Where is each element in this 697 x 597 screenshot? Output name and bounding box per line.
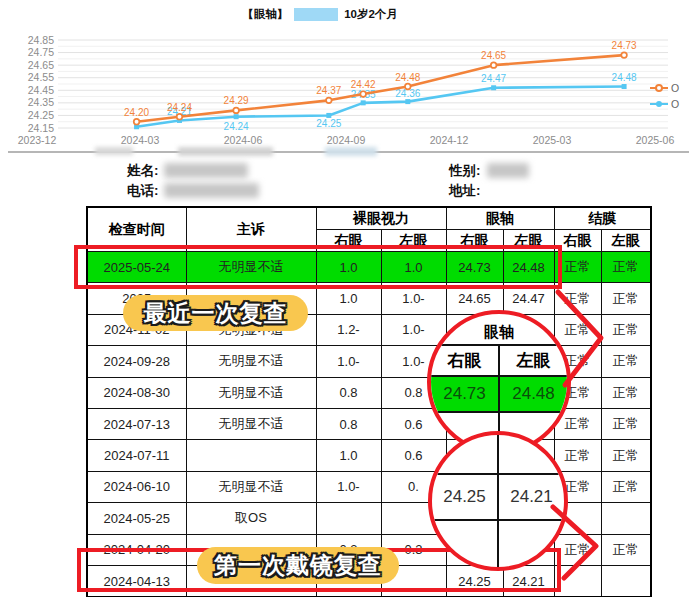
svg-text:24.35: 24.35 bbox=[28, 96, 54, 108]
svg-text:2024-12: 2024-12 bbox=[430, 134, 469, 146]
chart-title-prefix: 【眼轴】 bbox=[242, 7, 288, 22]
address-label: 地址: bbox=[449, 182, 481, 200]
vision-left-cell: 1.0- bbox=[381, 314, 446, 345]
vision-right-cell: 0.8 bbox=[316, 408, 381, 439]
svg-text:24.85: 24.85 bbox=[28, 34, 54, 46]
table-row: 2024-07-13无明显不适0.80.6正常正常 bbox=[87, 408, 651, 439]
svg-text:2024-09: 2024-09 bbox=[327, 134, 366, 146]
svg-text:24.45: 24.45 bbox=[28, 84, 54, 96]
phone-label: 电话: bbox=[127, 182, 159, 200]
conjunctiva-left-cell: 正常 bbox=[601, 534, 651, 565]
legend-item-blue[interactable]: O bbox=[650, 98, 679, 110]
axis-magnifier-first-visit: 24.25 24.21 bbox=[428, 431, 568, 571]
vision-right-cell: 1.0- bbox=[316, 471, 381, 502]
magnifier-left-eye-header: 左眼 bbox=[500, 346, 567, 375]
conjunctiva-right-cell: 正常 bbox=[554, 440, 601, 471]
phone-value-redacted bbox=[164, 183, 259, 198]
legend-label: O bbox=[671, 82, 679, 94]
recent-visit-sticker: 最近一次复查 bbox=[123, 295, 308, 331]
orange-series-marker-icon bbox=[650, 83, 668, 93]
svg-text:24.48: 24.48 bbox=[612, 72, 637, 83]
gender-label: 性别: bbox=[449, 162, 481, 180]
svg-text:24.55: 24.55 bbox=[28, 71, 54, 83]
complaint-cell bbox=[186, 440, 316, 471]
svg-text:24.42: 24.42 bbox=[351, 79, 376, 90]
vision-right-cell: 1.2- bbox=[316, 314, 381, 345]
name-label: 姓名: bbox=[127, 162, 159, 180]
gender-value-redacted bbox=[487, 163, 529, 178]
svg-text:24.24: 24.24 bbox=[224, 121, 249, 132]
exam-date-cell: 2024-08-30 bbox=[87, 377, 186, 408]
svg-text:24.29: 24.29 bbox=[224, 95, 249, 106]
col-header-vision: 裸眼视力 bbox=[316, 207, 446, 230]
svg-text:24.75: 24.75 bbox=[28, 46, 54, 58]
col-header-axis: 眼轴 bbox=[446, 207, 554, 230]
svg-text:24.65: 24.65 bbox=[481, 50, 506, 61]
conjunctiva-left-cell: 正常 bbox=[601, 314, 651, 345]
svg-text:2025-06: 2025-06 bbox=[636, 134, 675, 146]
vision-right-cell bbox=[316, 503, 381, 534]
exam-date-cell: 2024-09-28 bbox=[87, 346, 186, 377]
svg-text:2024-03: 2024-03 bbox=[121, 134, 160, 146]
svg-text:24.20: 24.20 bbox=[124, 107, 149, 118]
chart-title: 【眼轴】 10岁2个月 bbox=[0, 7, 640, 22]
subheader-left-eye: 左眼 bbox=[601, 230, 651, 252]
svg-text:24.47: 24.47 bbox=[481, 73, 506, 84]
svg-text:2025-03: 2025-03 bbox=[533, 134, 572, 146]
complaint-cell: 无明显不适 bbox=[186, 377, 316, 408]
legend-item-orange[interactable]: O bbox=[650, 82, 679, 94]
conjunctiva-left-cell: 正常 bbox=[601, 346, 651, 377]
conjunctiva-left-cell: 正常 bbox=[601, 283, 651, 314]
exam-date-cell: 2024-07-11 bbox=[87, 440, 186, 471]
magnifier-left-axis-value: 24.21 bbox=[499, 475, 564, 519]
vision-right-cell: 1.0 bbox=[316, 440, 381, 471]
svg-text:24.25: 24.25 bbox=[28, 109, 54, 121]
chart-title-age: 10岁2个月 bbox=[344, 7, 398, 22]
svg-text:2023-12: 2023-12 bbox=[18, 134, 57, 146]
name-value-redacted bbox=[164, 163, 248, 178]
conjunctiva-left-cell: 正常 bbox=[601, 252, 651, 283]
svg-text:2024-06: 2024-06 bbox=[224, 134, 263, 146]
complaint-cell: 取OS bbox=[186, 503, 316, 534]
svg-text:24.15: 24.15 bbox=[28, 122, 54, 134]
svg-text:24.24: 24.24 bbox=[167, 102, 192, 113]
vision-right-cell: 1.0- bbox=[316, 346, 381, 377]
blue-series-marker-icon bbox=[650, 99, 668, 109]
conjunctiva-left-cell: 正常 bbox=[601, 377, 651, 408]
latest-visit-red-box bbox=[74, 245, 562, 289]
first-glasses-visit-sticker: 第一次戴镜复查 bbox=[197, 547, 399, 584]
conjunctiva-left-cell: 正常 bbox=[601, 471, 651, 502]
screen: 24.8524.7524.6524.5524.4524.3524.2524.15… bbox=[0, 0, 697, 597]
legend-label: O bbox=[671, 98, 679, 110]
complaint-cell: 无明显不适 bbox=[186, 408, 316, 439]
conjunctiva-left-cell: 正常 bbox=[601, 440, 651, 471]
table-row: 2024-07-111.00.6正常正常 bbox=[87, 440, 651, 471]
exam-date-cell: 2024-07-13 bbox=[87, 408, 186, 439]
svg-text:24.48: 24.48 bbox=[395, 72, 420, 83]
magnifier-right-eye-header: 右眼 bbox=[431, 346, 500, 375]
privacy-redaction-box bbox=[294, 8, 338, 21]
vision-right-cell: 0.8 bbox=[316, 377, 381, 408]
magnifier-left-axis-value: 24.48 bbox=[500, 377, 567, 411]
svg-text:24.73: 24.73 bbox=[612, 40, 637, 51]
magnifier-right-axis-value: 24.73 bbox=[431, 377, 500, 411]
conjunctiva-right-cell: 正常 bbox=[554, 314, 601, 345]
redaction-smudge bbox=[95, 147, 133, 155]
conjunctiva-left-cell: 正常 bbox=[601, 408, 651, 439]
conjunctiva-right-cell bbox=[554, 565, 601, 597]
eye-axis-chart: 24.8524.7524.6524.5524.4524.3524.2524.15… bbox=[0, 0, 697, 152]
col-header-conjunctiva: 结膜 bbox=[554, 207, 651, 230]
magnifier-right-axis-value: 24.25 bbox=[432, 475, 499, 519]
redaction-smudge bbox=[178, 147, 273, 156]
exam-date-cell: 2024-05-25 bbox=[87, 503, 186, 534]
svg-text:24.25: 24.25 bbox=[316, 118, 341, 129]
conjunctiva-right-cell: 正常 bbox=[554, 534, 601, 565]
conjunctiva-left-cell bbox=[601, 503, 651, 534]
complaint-cell: 无明显不适 bbox=[186, 346, 316, 377]
svg-text:24.37: 24.37 bbox=[316, 85, 341, 96]
svg-text:24.65: 24.65 bbox=[28, 59, 54, 71]
conjunctiva-left-cell bbox=[601, 565, 651, 597]
complaint-cell: 无明显不适 bbox=[186, 471, 316, 502]
exam-date-cell: 2024-06-10 bbox=[87, 471, 186, 502]
redaction-smudge bbox=[325, 147, 377, 156]
